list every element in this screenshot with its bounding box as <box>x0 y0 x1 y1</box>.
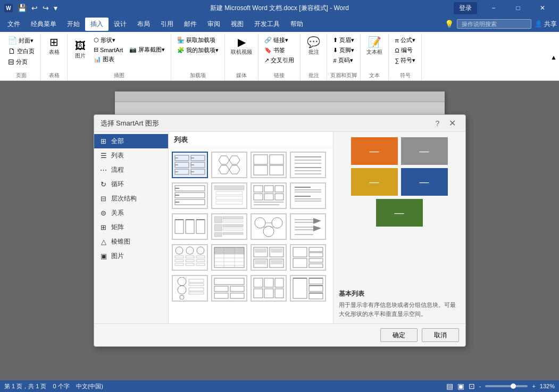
footer-button[interactable]: ⬇页脚▾ <box>330 45 357 55</box>
screenshot-button[interactable]: 📷屏幕截图▾ <box>127 45 168 55</box>
bookmark-button[interactable]: 🔖书签 <box>262 45 297 55</box>
thumb-hex-list[interactable] <box>211 152 247 178</box>
svg-rect-110 <box>309 264 323 268</box>
comments-group-label: 批注 <box>308 71 319 79</box>
cover-button[interactable]: 📄封面▾ <box>5 35 37 46</box>
svg-rect-39 <box>254 194 263 200</box>
equation-button[interactable]: π公式▾ <box>392 35 418 45</box>
category-pyramid[interactable]: △ 棱锥图 <box>94 235 168 249</box>
page-number-button[interactable]: #页码▾ <box>330 55 357 65</box>
page-break-button[interactable]: ⊟分页 <box>5 56 37 67</box>
svg-rect-16 <box>254 155 268 164</box>
menu-classic[interactable]: 经典菜单 <box>26 18 62 31</box>
thumb-blocks-list[interactable] <box>251 275 287 302</box>
thumb-img-list[interactable] <box>211 213 247 240</box>
menu-mail[interactable]: 邮件 <box>179 18 202 31</box>
category-process[interactable]: ⋯ 流程 <box>94 163 168 177</box>
thumb-text-list[interactable] <box>290 182 326 209</box>
menu-help[interactable]: 帮助 <box>285 18 308 31</box>
thumb-stack-list[interactable] <box>172 275 208 302</box>
save-button[interactable]: 💾 <box>16 4 28 12</box>
category-matrix[interactable]: ⊞ 矩阵 <box>94 220 168 235</box>
svg-rect-80 <box>175 256 183 258</box>
get-addins-button[interactable]: 🏪获取加载项 <box>174 35 221 45</box>
zoom-plus-button[interactable]: + <box>532 383 535 389</box>
view-web-icon[interactable]: ⊡ <box>469 382 475 390</box>
thumb-table-list[interactable] <box>211 244 247 271</box>
header-footer-buttons: ⬆页眉▾ ⬇页脚▾ #页码▾ <box>330 35 357 65</box>
dialog-help-button[interactable]: ? <box>431 117 444 130</box>
customize-quick-access[interactable]: ▾ <box>52 4 59 12</box>
menu-view[interactable]: 视图 <box>226 18 249 31</box>
thumb-rect-list1[interactable] <box>172 182 208 209</box>
category-list[interactable]: ☰ 列表 <box>94 148 168 163</box>
search-input[interactable] <box>457 19 531 29</box>
menu-references[interactable]: 引用 <box>155 18 179 31</box>
share-button[interactable]: 👤 共享 <box>535 20 557 29</box>
chart-button[interactable]: 📊图表 <box>91 54 126 64</box>
svg-rect-131 <box>309 286 323 291</box>
illustration-row1: 🖼 图片 ⬡形状▾ ⊟SmartArt 📊图表 📷屏幕截图▾ <box>71 35 168 64</box>
number-button[interactable]: Ω编号 <box>392 45 418 55</box>
view-reading-icon[interactable]: ▣ <box>457 382 464 390</box>
confirm-button[interactable]: 确定 <box>380 328 418 342</box>
menu-home[interactable]: 开始 <box>62 18 85 31</box>
thumb-flow-list[interactable] <box>211 275 247 302</box>
thumb-squares-list[interactable] <box>251 152 287 178</box>
category-picture[interactable]: ▣ 图片 <box>94 249 168 263</box>
close-button[interactable]: ✕ <box>530 0 555 16</box>
language-selector[interactable]: 中文(中国) <box>76 382 103 390</box>
smartart-button[interactable]: ⊟SmartArt <box>91 45 126 54</box>
svg-rect-52 <box>196 220 205 233</box>
header-button[interactable]: ⬆页眉▾ <box>330 35 357 45</box>
svg-rect-38 <box>275 186 283 192</box>
menu-design[interactable]: 设计 <box>109 18 132 31</box>
thumb-mixed-list[interactable] <box>290 244 326 271</box>
category-all[interactable]: ⊞ 全部 <box>94 134 168 148</box>
thumb-wide-list[interactable] <box>251 244 287 271</box>
undo-button[interactable]: ↩ <box>30 4 39 12</box>
thumb-indent-list[interactable] <box>211 182 247 209</box>
thumb-lines-list[interactable] <box>290 152 326 178</box>
thumb-basic-list[interactable] <box>172 152 208 178</box>
category-relationship[interactable]: ⊜ 关系 <box>94 206 168 220</box>
preview-row-3: — <box>339 199 460 227</box>
redo-button[interactable]: ↪ <box>41 4 51 12</box>
zoom-slider[interactable] <box>485 385 528 387</box>
zoom-minus-button[interactable]: - <box>479 383 481 389</box>
thumb-bubble-list[interactable] <box>251 213 287 240</box>
textbox-button[interactable]: 📝 文本框 <box>364 35 385 57</box>
ribbon-collapse[interactable]: ▲ <box>550 34 557 80</box>
menu-layout[interactable]: 布局 <box>132 18 155 31</box>
picture-button[interactable]: 🖼 图片 <box>71 39 90 61</box>
link-button[interactable]: 🔗链接▾ <box>262 35 297 45</box>
symbols-group-label: 符号 <box>400 71 411 79</box>
thumb-nested-list[interactable] <box>290 275 326 302</box>
zoom-level[interactable]: 132% <box>540 383 555 389</box>
category-cycle[interactable]: ↻ 循环 <box>94 177 168 191</box>
table-button[interactable]: ⊞ 表格 <box>45 35 64 57</box>
thumb-col3-list[interactable] <box>172 213 208 240</box>
menu-insert[interactable]: 插入 <box>85 18 109 31</box>
thumb-arrow-list[interactable] <box>290 213 326 240</box>
svg-point-78 <box>186 247 194 254</box>
thumb-circle-list[interactable] <box>172 244 208 271</box>
symbol-button[interactable]: ∑符号▾ <box>392 55 418 65</box>
minimize-button[interactable]: − <box>481 0 506 16</box>
cross-ref-button[interactable]: ↗交叉引用 <box>262 55 297 65</box>
shapes-button[interactable]: ⬡形状▾ <box>91 35 126 45</box>
menu-file[interactable]: 文件 <box>2 18 26 31</box>
category-hierarchy[interactable]: ⊟ 层次结构 <box>94 191 168 206</box>
dialog-close-button[interactable]: ✕ <box>446 117 459 130</box>
menu-review[interactable]: 审阅 <box>202 18 226 31</box>
cancel-button[interactable]: 取消 <box>422 328 459 342</box>
my-addins-button[interactable]: 🧩我的加载项▾ <box>174 45 221 55</box>
menu-developer[interactable]: 开发工具 <box>249 18 285 31</box>
view-normal-icon[interactable]: ▤ <box>446 382 453 390</box>
thumb-grid-list[interactable] <box>251 182 287 209</box>
maximize-button[interactable]: □ <box>506 0 530 16</box>
login-button[interactable]: 登录 <box>454 2 477 14</box>
comment-button[interactable]: 💬 批注 <box>304 35 323 57</box>
blank-page-button[interactable]: 🗋空白页 <box>5 46 37 56</box>
online-video-button[interactable]: ▶ 联机视频 <box>228 35 255 57</box>
